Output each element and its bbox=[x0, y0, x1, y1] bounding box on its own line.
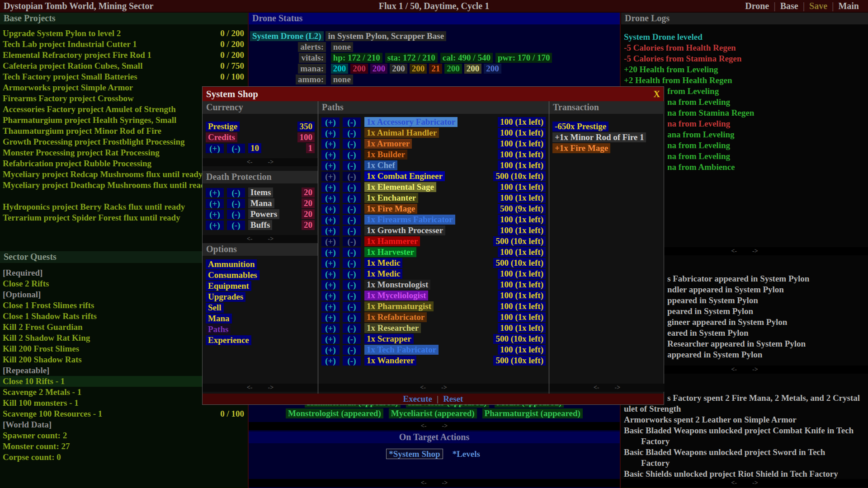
minus-button[interactable]: (-) bbox=[343, 248, 361, 257]
minus-button[interactable]: (-) bbox=[227, 221, 245, 230]
plus-button[interactable]: (+) bbox=[206, 210, 224, 219]
minus-button[interactable]: (-) bbox=[343, 193, 361, 203]
transaction-col-scroll[interactable]: <--> bbox=[549, 384, 665, 392]
plus-button[interactable]: (+) bbox=[321, 248, 340, 257]
minus-button[interactable]: (-) bbox=[343, 128, 361, 138]
path-price: 100 (1x left) bbox=[498, 117, 546, 127]
project-row[interactable]: Tech Lab project Industrial Cutter 10 / … bbox=[0, 39, 248, 50]
plus-button[interactable]: (+) bbox=[321, 117, 340, 127]
minus-button[interactable]: (-) bbox=[227, 144, 245, 153]
plus-button[interactable]: (+) bbox=[321, 172, 340, 181]
minus-button[interactable]: (-) bbox=[343, 237, 361, 246]
option-sell[interactable]: Sell bbox=[206, 303, 224, 313]
project-row[interactable]: Tech Factory project Small Batteries0 / … bbox=[0, 71, 248, 82]
option-ammunition[interactable]: Ammunition bbox=[206, 259, 257, 269]
option-row: Consumables bbox=[203, 270, 318, 281]
minus-button[interactable]: (-) bbox=[343, 258, 361, 268]
plus-button[interactable]: (+) bbox=[206, 221, 224, 230]
plus-button[interactable]: (+) bbox=[321, 334, 340, 344]
quest-row[interactable]: Spawner count: 2 bbox=[0, 430, 248, 441]
option-upgrades[interactable]: Upgrades bbox=[206, 292, 245, 302]
plus-button[interactable]: (+) bbox=[206, 199, 224, 208]
close-icon[interactable]: X bbox=[654, 89, 660, 99]
plus-button[interactable]: (+) bbox=[321, 204, 340, 214]
plus-button[interactable]: (+) bbox=[321, 128, 340, 138]
top-menu-drone[interactable]: Drone bbox=[741, 1, 774, 11]
logs-bottom-scroll[interactable]: <--> bbox=[621, 479, 868, 487]
quest-row[interactable]: Scavenge 100 Resources - 10 / 100 bbox=[0, 408, 248, 419]
top-menu-base[interactable]: Base bbox=[776, 1, 803, 11]
minus-button[interactable]: (-) bbox=[343, 313, 361, 322]
minus-button[interactable]: (-) bbox=[343, 161, 361, 170]
quest-label: [Optional] bbox=[3, 290, 41, 299]
path-name: 1x Firearms Fabricator bbox=[364, 215, 455, 225]
minus-button[interactable]: (-) bbox=[343, 269, 361, 279]
minus-button[interactable]: (-) bbox=[343, 172, 361, 181]
currency-col-scroll[interactable]: <--> bbox=[203, 384, 318, 392]
option-equipment[interactable]: Equipment bbox=[206, 281, 251, 291]
death-protection-row: (+)(-)Mana20 bbox=[203, 198, 318, 209]
plus-button[interactable]: (+) bbox=[321, 345, 340, 355]
option-mana[interactable]: Mana bbox=[206, 314, 232, 324]
dp-scroll[interactable]: <--> bbox=[203, 235, 318, 243]
currency-scroll[interactable]: <--> bbox=[203, 158, 318, 166]
execute-button[interactable]: Execute bbox=[399, 394, 437, 404]
plus-button[interactable]: (+) bbox=[321, 302, 340, 311]
plus-button[interactable]: (+) bbox=[321, 215, 340, 225]
paths-col-scroll[interactable]: <--> bbox=[318, 384, 549, 392]
minus-button[interactable]: (-) bbox=[343, 183, 361, 192]
plus-button[interactable]: (+) bbox=[321, 150, 340, 160]
plus-button[interactable]: (+) bbox=[321, 291, 340, 300]
plus-button[interactable]: (+) bbox=[321, 237, 340, 246]
quest-row[interactable]: Monster count: 27 bbox=[0, 441, 248, 452]
minus-button[interactable]: (-) bbox=[343, 345, 361, 355]
minus-button[interactable]: (-) bbox=[343, 204, 361, 214]
minus-button[interactable]: (-) bbox=[227, 210, 245, 219]
minus-button[interactable]: (-) bbox=[343, 117, 361, 127]
project-progress: 0 / 100 bbox=[220, 71, 244, 82]
path-name: 1x Armorer bbox=[364, 139, 412, 149]
project-row[interactable]: Upgrade System Pylon to level 20 / 200 bbox=[0, 28, 248, 39]
option-paths[interactable]: Paths bbox=[206, 324, 231, 334]
quest-row[interactable]: [World Data] bbox=[0, 419, 248, 430]
action--levels[interactable]: *Levels bbox=[450, 449, 482, 459]
plus-button[interactable]: (+) bbox=[206, 144, 224, 153]
option-experience[interactable]: Experience bbox=[206, 335, 251, 345]
plus-button[interactable]: (+) bbox=[321, 356, 340, 366]
plus-button[interactable]: (+) bbox=[321, 161, 340, 170]
action--system-shop[interactable]: *System Shop bbox=[386, 449, 443, 459]
center-scroll[interactable]: <--> bbox=[249, 422, 620, 430]
path-row: (+)(-)1x Elemental Sage100 (1x left) bbox=[318, 182, 549, 192]
plus-button[interactable]: (+) bbox=[206, 188, 224, 197]
plus-button[interactable]: (+) bbox=[321, 226, 340, 235]
plus-button[interactable]: (+) bbox=[321, 313, 340, 322]
minus-button[interactable]: (-) bbox=[343, 139, 361, 149]
plus-button[interactable]: (+) bbox=[321, 269, 340, 279]
minus-button[interactable]: (-) bbox=[343, 356, 361, 366]
plus-button[interactable]: (+) bbox=[321, 324, 340, 333]
minus-button[interactable]: (-) bbox=[343, 324, 361, 333]
project-row[interactable]: Cafeteria project Ration Cubes, Small0 /… bbox=[0, 61, 248, 71]
minus-button[interactable]: (-) bbox=[227, 199, 245, 208]
center-bottom-scroll[interactable]: <--> bbox=[249, 479, 620, 487]
project-row[interactable]: Elemental Refractory project Fire Rod 10… bbox=[0, 50, 248, 61]
top-menu-save[interactable]: Save bbox=[805, 1, 832, 11]
minus-button[interactable]: (-) bbox=[343, 280, 361, 290]
quest-label: Kill 200 Frost Slimes bbox=[3, 344, 79, 353]
minus-button[interactable]: (-) bbox=[343, 334, 361, 344]
plus-button[interactable]: (+) bbox=[321, 258, 340, 268]
plus-button[interactable]: (+) bbox=[321, 183, 340, 192]
minus-button[interactable]: (-) bbox=[227, 188, 245, 197]
minus-button[interactable]: (-) bbox=[343, 215, 361, 225]
minus-button[interactable]: (-) bbox=[343, 302, 361, 311]
top-menu-main[interactable]: Main bbox=[834, 1, 863, 11]
plus-button[interactable]: (+) bbox=[321, 139, 340, 149]
reset-button[interactable]: Reset bbox=[439, 394, 467, 404]
minus-button[interactable]: (-) bbox=[343, 291, 361, 300]
plus-button[interactable]: (+) bbox=[321, 193, 340, 203]
option-consumables[interactable]: Consumables bbox=[206, 270, 259, 280]
quest-row[interactable]: Corpse count: 0 bbox=[0, 452, 248, 463]
plus-button[interactable]: (+) bbox=[321, 280, 340, 290]
minus-button[interactable]: (-) bbox=[343, 226, 361, 235]
minus-button[interactable]: (-) bbox=[343, 150, 361, 160]
